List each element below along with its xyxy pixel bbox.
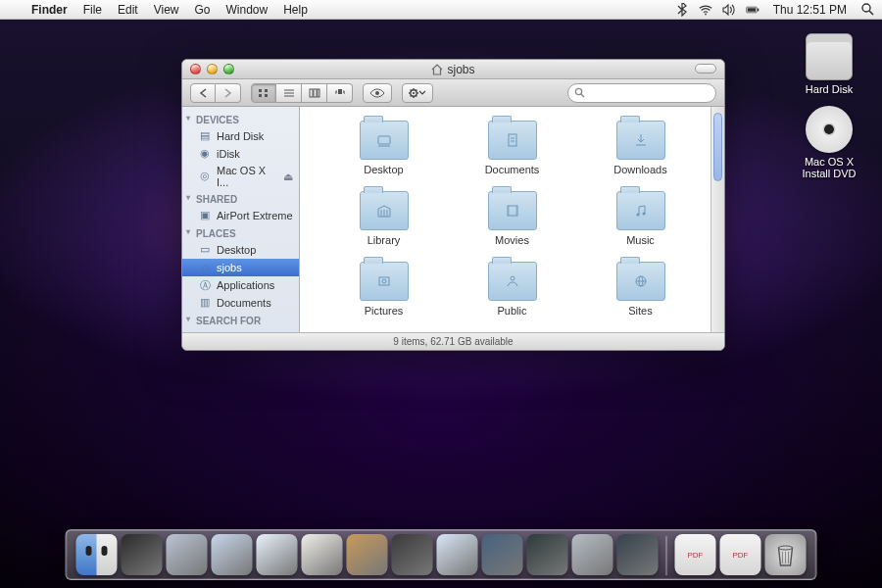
spotlight-icon[interactable] [860, 3, 874, 17]
desktop-icon-harddisk[interactable]: Hard Disk [790, 33, 868, 95]
volume-icon[interactable] [722, 3, 736, 17]
svg-rect-3 [747, 8, 755, 12]
search-field[interactable] [567, 83, 716, 103]
sidebar-item-sjobs[interactable]: ⌂sjobs [182, 259, 299, 276]
dock-separator [666, 536, 667, 575]
hd-icon: ▤ [198, 129, 212, 143]
dock-doc2[interactable]: PDF [720, 534, 761, 575]
dock-timemachine[interactable] [527, 534, 568, 575]
dock-doc1[interactable]: PDF [675, 534, 716, 575]
folder-label: Documents [485, 164, 540, 175]
zoom-button[interactable] [223, 64, 234, 74]
back-button[interactable] [190, 83, 216, 103]
home-icon: ⌂ [198, 261, 212, 274]
sidebar-item-applications[interactable]: ⒶApplications [182, 276, 299, 294]
view-list-button[interactable] [276, 83, 302, 103]
folder-label: Public [498, 305, 527, 317]
svg-point-20 [575, 88, 581, 94]
forward-button[interactable] [216, 83, 241, 103]
sidebar-item-hard-disk[interactable]: ▤Hard Disk [182, 127, 299, 145]
view-icons-button[interactable] [251, 83, 276, 103]
desktop-icon-dvd[interactable]: Mac OS X Install DVD [790, 106, 868, 179]
folder-pictures[interactable]: Pictures [319, 262, 448, 317]
dock-addressbook[interactable] [347, 534, 388, 575]
svg-rect-9 [265, 94, 268, 97]
search-input[interactable] [589, 87, 710, 99]
sidebar-header[interactable]: DEVICES [182, 111, 299, 127]
sidebar-header[interactable]: PLACES [182, 224, 299, 241]
dock-mail[interactable] [167, 534, 208, 575]
quicklook-button[interactable] [363, 83, 392, 103]
harddisk-icon [806, 33, 853, 80]
dock-ichat[interactable] [257, 534, 298, 575]
view-coverflow-button[interactable] [327, 83, 353, 103]
dock-aperture[interactable] [617, 534, 659, 575]
battery-icon[interactable] [746, 3, 760, 17]
menubar-app-name[interactable]: Finder [24, 0, 75, 20]
svg-line-21 [581, 94, 584, 97]
sidebar-item-idisk[interactable]: ◉iDisk [182, 145, 299, 163]
menu-edit[interactable]: Edit [110, 0, 146, 20]
apps-icon: Ⓐ [198, 278, 212, 292]
dock-itunes[interactable] [437, 534, 478, 575]
menubar-clock[interactable]: Thu 12:51 PM [769, 3, 851, 17]
dvd-icon [806, 106, 853, 153]
sidebar-item-label: sjobs [217, 262, 242, 273]
dock-safari[interactable] [212, 534, 253, 575]
svg-rect-22 [378, 136, 390, 144]
sidebar-item-mac-os-x-i-[interactable]: ◎Mac OS X I...⏏ [182, 163, 299, 190]
folder-sites[interactable]: Sites [576, 262, 705, 317]
view-columns-button[interactable] [302, 83, 327, 103]
folder-label: Movies [495, 234, 529, 246]
dock-spaces[interactable] [482, 534, 523, 575]
menu-window[interactable]: Window [219, 0, 276, 20]
dock-finder[interactable] [76, 534, 118, 575]
dock-trash[interactable] [765, 534, 807, 575]
sidebar-item-desktop[interactable]: ▭Desktop [182, 241, 299, 259]
minimize-button[interactable] [207, 64, 218, 74]
folder-label: Desktop [364, 164, 403, 175]
sidebar-item-airport-extreme[interactable]: ▣AirPort Extreme [182, 207, 299, 224]
folder-music[interactable]: Music [576, 191, 705, 246]
folder-icon [488, 121, 537, 160]
desktop: Finder File Edit View Go Window Help Thu… [0, 0, 882, 588]
svg-line-5 [869, 11, 873, 15]
folder-documents[interactable]: Documents [448, 121, 576, 175]
sidebar-item-label: Documents [217, 297, 271, 309]
svg-point-19 [413, 91, 415, 93]
titlebar[interactable]: sjobs [182, 60, 724, 79]
content-area[interactable]: DesktopDocumentsDownloadsLibraryMoviesMu… [300, 107, 724, 332]
folder-desktop[interactable]: Desktop [319, 121, 448, 175]
eject-icon[interactable]: ⏏ [283, 171, 293, 183]
svg-rect-24 [509, 134, 516, 146]
folder-library[interactable]: Library [319, 191, 448, 246]
svg-rect-8 [259, 94, 262, 97]
svg-rect-15 [318, 89, 319, 97]
close-button[interactable] [190, 64, 201, 74]
bluetooth-icon[interactable] [675, 3, 689, 17]
svg-point-17 [375, 91, 379, 95]
folder-downloads[interactable]: Downloads [576, 121, 705, 175]
folder-label: Pictures [365, 305, 404, 317]
menu-go[interactable]: Go [187, 0, 219, 20]
sidebar-item-documents[interactable]: ▥Documents [182, 294, 299, 312]
action-button[interactable] [402, 83, 433, 103]
folder-public[interactable]: Public [448, 262, 576, 317]
dock-systemprefs[interactable] [572, 534, 613, 575]
dock-ical[interactable] [302, 534, 343, 575]
search-icon [574, 87, 585, 98]
svg-point-34 [642, 213, 645, 216]
folder-movies[interactable]: Movies [448, 191, 576, 246]
svg-rect-13 [310, 89, 313, 97]
dock-photobooth[interactable] [392, 534, 433, 575]
menu-view[interactable]: View [146, 0, 187, 20]
sidebar-header[interactable]: SEARCH FOR [182, 312, 299, 328]
wifi-icon[interactable] [699, 3, 712, 17]
dock-dashboard[interactable] [122, 534, 163, 575]
sidebar-header[interactable]: SHARED [182, 190, 299, 207]
scrollbar[interactable] [710, 107, 724, 332]
menu-help[interactable]: Help [275, 0, 316, 20]
menu-file[interactable]: File [75, 0, 110, 20]
scroll-thumb[interactable] [713, 113, 722, 181]
toolbar-toggle-button[interactable] [695, 64, 716, 74]
